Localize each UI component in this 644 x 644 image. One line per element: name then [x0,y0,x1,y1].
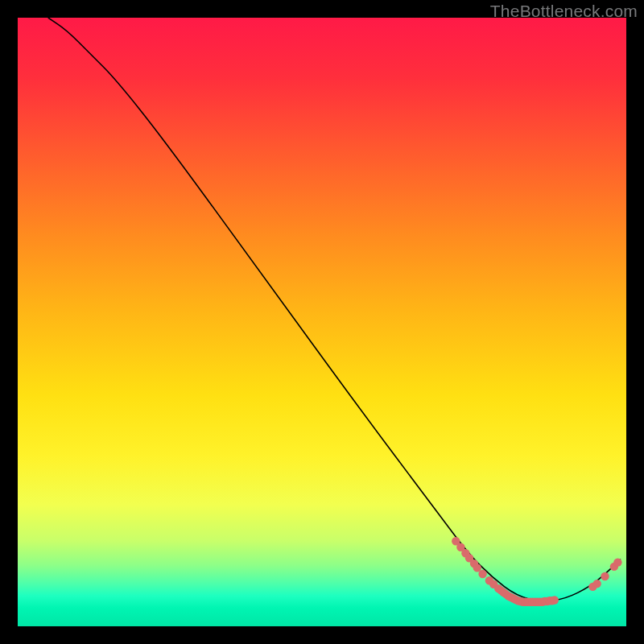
chart-frame: TheBottleneck.com [0,0,644,644]
data-point [478,570,486,578]
data-points [452,537,622,606]
watermark-text: TheBottleneck.com [490,2,638,21]
data-point [593,580,601,588]
plot-area [18,18,626,626]
bottleneck-curve [48,18,621,601]
data-point [551,596,559,604]
chart-svg [18,18,626,626]
data-point [601,572,609,580]
data-point [613,558,621,566]
